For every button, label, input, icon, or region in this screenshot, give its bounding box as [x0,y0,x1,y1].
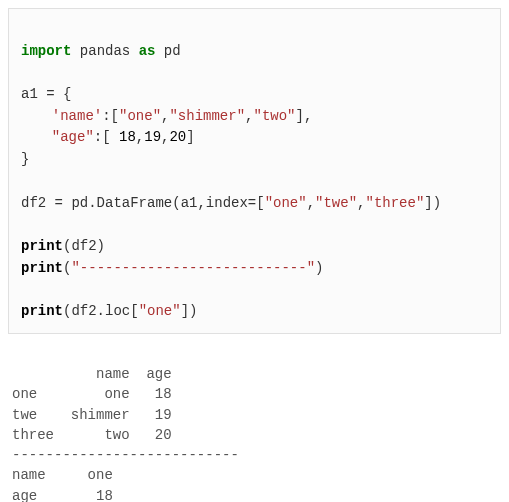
number-literal: 19 [144,129,161,145]
code-line: } [21,151,29,167]
string-literal: "age" [52,129,94,145]
output-block: name age one one 18 twe shimmer 19 three… [8,334,501,502]
keyword-as: as [139,43,156,59]
punct: , [136,129,144,145]
punct: , [307,195,315,211]
string-literal: "one" [119,108,161,124]
code-line: print(df2.loc["one"]) [21,303,197,319]
punct: ], [296,108,313,124]
string-literal: "---------------------------" [71,260,315,276]
module-name: pandas [71,43,138,59]
number-literal: 20 [169,129,186,145]
text: ]) [181,303,198,319]
code-block: import pandas as pd a1 = { 'name':["one"… [8,8,501,334]
punct: ] [186,129,194,145]
code-line: import pandas as pd [21,43,181,59]
text: ) [315,260,323,276]
output-line: twe shimmer 19 [12,407,172,423]
output-line: age 18 [12,488,113,502]
string-literal: "two" [253,108,295,124]
string-literal: "one" [139,303,181,319]
number-literal: 18 [119,129,136,145]
string-literal: 'name' [52,108,102,124]
punct: :[ [102,108,119,124]
builtin-print: print [21,303,63,319]
code-line: print("---------------------------") [21,260,323,276]
builtin-print: print [21,238,63,254]
keyword-import: import [21,43,71,59]
code-line: "age":[ 18,19,20] [21,127,195,149]
output-line: --------------------------- [12,447,239,463]
text: (df2) [63,238,105,254]
code-line: 'name':["one","shimmer","two"], [21,106,312,128]
text: ]) [424,195,441,211]
string-literal: "shimmer" [169,108,245,124]
code-line: a1 = { [21,86,71,102]
output-line: three two 20 [12,427,172,443]
output-line: name one [12,467,113,483]
code-line: df2 = pd.DataFrame(a1,index=["one","twe"… [21,195,441,211]
text: df2 = pd.DataFrame(a1,index=[ [21,195,265,211]
string-literal: "one" [265,195,307,211]
string-literal: "twe" [315,195,357,211]
output-line: name age [12,366,172,382]
punct: :[ [94,129,119,145]
output-line: one one 18 [12,386,172,402]
builtin-print: print [21,260,63,276]
string-literal: "three" [365,195,424,211]
alias-name: pd [155,43,180,59]
text: (df2.loc[ [63,303,139,319]
code-line: print(df2) [21,238,105,254]
